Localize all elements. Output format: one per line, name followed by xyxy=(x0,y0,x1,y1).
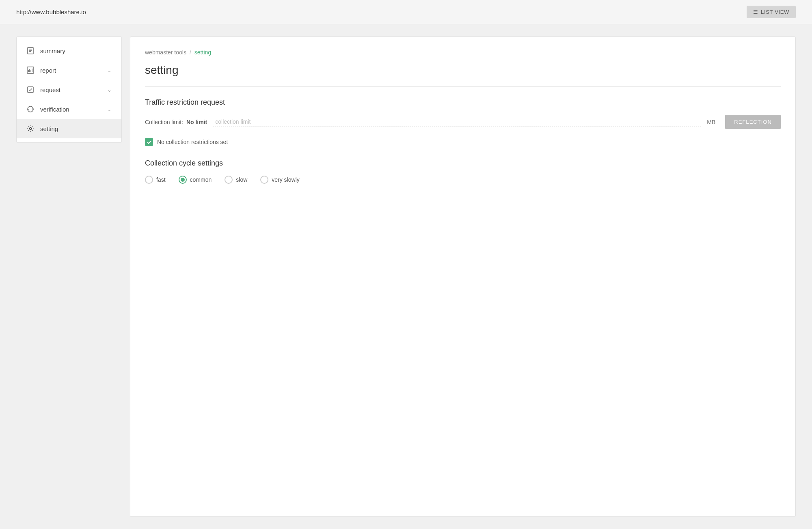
breadcrumb-parent: webmaster tools xyxy=(145,49,186,56)
sidebar-label-verification: verification xyxy=(40,106,69,113)
breadcrumb-current: setting xyxy=(194,49,211,56)
verification-chevron: ⌄ xyxy=(107,106,112,112)
sidebar-label-request: request xyxy=(40,86,60,93)
radio-label-fast: fast xyxy=(156,176,166,183)
collection-limit-row: Collection limit: No limit MB REFLECTION xyxy=(145,115,781,129)
radio-label-very-slowly: very slowly xyxy=(272,176,299,183)
request-chevron: ⌄ xyxy=(107,87,112,93)
main-layout: summary report ⌄ xyxy=(0,24,812,529)
radio-inner-common xyxy=(181,178,185,182)
setting-icon xyxy=(26,125,35,133)
radio-label-common: common xyxy=(190,176,212,183)
title-divider xyxy=(145,86,781,87)
radio-circle-common xyxy=(179,176,187,184)
radio-circle-slow xyxy=(225,176,233,184)
breadcrumb-separator: / xyxy=(190,49,191,56)
cycle-section-title: Collection cycle settings xyxy=(145,159,781,168)
traffic-section-title: Traffic restriction request xyxy=(145,98,781,107)
url-display: http://www.bubbleshare.io xyxy=(16,9,86,15)
sidebar-label-summary: summary xyxy=(40,47,65,54)
list-view-button[interactable]: ☰ LIST VIEW xyxy=(747,6,796,18)
limit-label: Collection limit: No limit xyxy=(145,119,207,125)
sidebar-item-setting[interactable]: setting xyxy=(17,119,121,138)
radio-very-slowly[interactable]: very slowly xyxy=(260,176,299,184)
mb-label: MB xyxy=(707,119,715,125)
radio-slow[interactable]: slow xyxy=(225,176,247,184)
radio-fast[interactable]: fast xyxy=(145,176,166,184)
radio-label-slow: slow xyxy=(236,176,247,183)
sidebar-item-report[interactable]: report ⌄ xyxy=(17,60,121,80)
checkbox-label: No collection restrictions set xyxy=(157,139,228,145)
no-restriction-checkbox[interactable] xyxy=(145,138,153,146)
summary-icon xyxy=(26,47,35,55)
report-chevron: ⌄ xyxy=(107,67,112,73)
reflection-button[interactable]: REFLECTION xyxy=(725,115,781,129)
checkbox-row: No collection restrictions set xyxy=(145,138,781,146)
sidebar-item-summary[interactable]: summary xyxy=(17,41,121,60)
sidebar-item-request[interactable]: request ⌄ xyxy=(17,80,121,99)
svg-rect-0 xyxy=(28,47,33,54)
breadcrumb: webmaster tools / setting xyxy=(145,49,781,56)
list-icon: ☰ xyxy=(753,9,758,15)
request-icon xyxy=(26,86,35,94)
report-icon xyxy=(26,66,35,74)
radio-circle-fast xyxy=(145,176,153,184)
verification-icon xyxy=(26,105,35,113)
cycle-radio-group: fast common slow very slowly xyxy=(145,176,781,184)
radio-circle-very-slowly xyxy=(260,176,268,184)
sidebar-label-report: report xyxy=(40,67,56,74)
sidebar: summary report ⌄ xyxy=(16,37,122,143)
page-title: setting xyxy=(145,64,781,77)
collection-limit-input[interactable] xyxy=(213,117,701,127)
sidebar-label-setting: setting xyxy=(40,125,58,132)
top-bar: http://www.bubbleshare.io ☰ LIST VIEW xyxy=(0,0,812,24)
sidebar-item-verification[interactable]: verification ⌄ xyxy=(17,99,121,119)
main-content: webmaster tools / setting setting Traffi… xyxy=(130,37,796,517)
radio-common[interactable]: common xyxy=(179,176,212,184)
svg-point-10 xyxy=(30,128,32,130)
